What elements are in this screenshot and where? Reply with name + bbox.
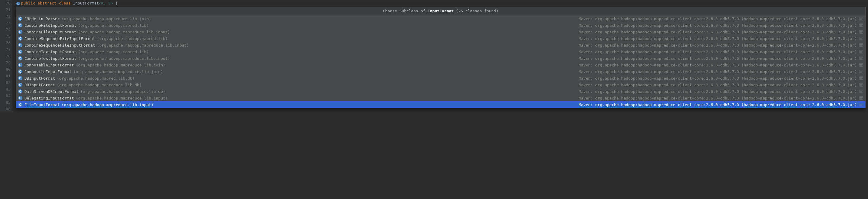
class-name-text: CombineTextInputFormat — [24, 50, 76, 54]
line-number: 86 — [0, 106, 10, 112]
class-name-text: CombineSequenceFileInputFormat — [24, 43, 95, 47]
library-icon — [859, 16, 864, 21]
package-text: (org.apache.hadoop.mapreduce.lib.input) — [75, 96, 167, 101]
svg-rect-82 — [859, 103, 863, 106]
library-icon — [859, 82, 864, 87]
popup-title: Choose Subclass of InputFormat (25 class… — [16, 7, 865, 15]
package-text: (org.apache.hadoop.mapred.lib) — [78, 23, 149, 28]
line-number: 70 — [0, 0, 10, 7]
class-icon: C — [18, 36, 23, 41]
maven-source: Maven: org.apache.hadoop:hadoop-mapreduc… — [579, 36, 857, 41]
svg-rect-76 — [859, 96, 863, 100]
list-item[interactable]: CCombineFileInputFormat (org.apache.hado… — [16, 22, 865, 29]
svg-text:C: C — [19, 30, 21, 34]
line-number: 74 — [0, 27, 10, 33]
line-number: 83 — [0, 86, 10, 92]
list-item[interactable]: CDBInputFormat (org.apache.hadoop.mapred… — [16, 75, 865, 81]
list-item[interactable]: CFileInputFormat (org.apache.hadoop.mapr… — [16, 101, 865, 108]
class-name-text: FileInputFormat — [24, 103, 60, 107]
code-area[interactable]: Opublic abstract class InputFormat<K, V>… — [13, 0, 868, 112]
class-icon: C — [18, 76, 23, 81]
keyword-public: public — [21, 1, 35, 5]
svg-rect-70 — [859, 90, 863, 93]
package-text: (org.apache.hadoop.mapreduce.lib.input) — [78, 56, 170, 61]
code-line[interactable]: Opublic abstract class InputFormat<K, V>… — [13, 0, 868, 7]
svg-rect-16 — [859, 30, 863, 33]
class-icon: C — [18, 30, 23, 34]
maven-source: Maven: org.apache.hadoop:hadoop-mapreduc… — [579, 43, 857, 47]
line-number: 71 — [0, 7, 10, 13]
class-icon: C — [18, 102, 23, 107]
library-icon — [859, 36, 864, 41]
svg-rect-40 — [859, 57, 863, 60]
library-icon — [859, 89, 864, 94]
library-icon — [859, 76, 864, 81]
library-icon — [859, 69, 864, 74]
line-number: 78 — [0, 53, 10, 59]
maven-source: Maven: org.apache.hadoop:hadoop-mapreduc… — [579, 56, 857, 61]
maven-source: Maven: org.apache.hadoop:hadoop-mapreduc… — [579, 76, 857, 81]
package-text: (org.apache.hadoop.mapred.lib) — [97, 36, 168, 41]
class-name-text: CNode in Parser — [24, 16, 60, 21]
package-text: (org.apache.hadoop.mapred.lib) — [78, 50, 149, 54]
list-item[interactable]: CCNode in Parser (org.apache.hadoop.mapr… — [16, 15, 865, 22]
list-item[interactable]: CComposableInputFormat (org.apache.hadoo… — [16, 62, 865, 68]
list-item[interactable]: CCombineTextInputFormat (org.apache.hado… — [16, 55, 865, 62]
list-item[interactable]: CDBInputFormat (org.apache.hadoop.mapred… — [16, 81, 865, 88]
class-name-text: CombineFileInputFormat — [24, 23, 76, 28]
maven-source: Maven: org.apache.hadoop:hadoop-mapreduc… — [579, 70, 857, 74]
svg-text:C: C — [19, 44, 21, 47]
maven-source: Maven: org.apache.hadoop:hadoop-mapreduc… — [579, 30, 857, 34]
svg-text:C: C — [19, 96, 21, 100]
maven-source: Maven: org.apache.hadoop:hadoop-mapreduc… — [579, 50, 857, 54]
list-item[interactable]: CCompositeInputFormat (org.apache.hadoop… — [16, 68, 865, 75]
package-text: (org.apache.hadoop.mapreduce.lib.input) — [61, 103, 153, 107]
override-icon[interactable]: O — [16, 1, 21, 6]
list-item[interactable]: CCombineFileInputFormat (org.apache.hado… — [16, 29, 865, 35]
editor-area: 7071727374757677787980818283848586 Opubl… — [0, 0, 868, 112]
subclass-list[interactable]: CCNode in Parser (org.apache.hadoop.mapr… — [16, 15, 865, 108]
svg-text:C: C — [19, 70, 21, 73]
svg-text:C: C — [19, 77, 21, 80]
maven-source: Maven: org.apache.hadoop:hadoop-mapreduc… — [579, 16, 857, 21]
popup-title-suffix: (25 classes found) — [454, 9, 498, 13]
list-item[interactable]: CDataDrivenDBInputFormat (org.apache.had… — [16, 88, 865, 95]
package-text: (org.apache.hadoop.mapreduce.lib.input) — [78, 30, 170, 34]
class-name-text: CombineSequenceFileInputFormat — [24, 36, 95, 41]
svg-rect-4 — [859, 17, 863, 20]
list-item[interactable]: CCombineSequenceFileInputFormat (org.apa… — [16, 35, 865, 42]
library-icon — [859, 56, 864, 61]
class-name-text: ComposableInputFormat — [24, 63, 74, 67]
line-number: 82 — [0, 79, 10, 86]
maven-source: Maven: org.apache.hadoop:hadoop-mapreduc… — [579, 103, 857, 107]
maven-source: Maven: org.apache.hadoop:hadoop-mapreduc… — [579, 63, 857, 67]
class-icon: C — [18, 49, 23, 54]
class-icon: C — [18, 82, 23, 87]
library-icon — [859, 102, 864, 107]
svg-text:C: C — [19, 24, 21, 27]
package-text: (org.apache.hadoop.mapreduce.lib.join) — [61, 16, 151, 21]
line-number: 75 — [0, 33, 10, 40]
list-item[interactable]: CDelegatingInputFormat (org.apache.hadoo… — [16, 95, 865, 101]
list-item[interactable]: CCombineSequenceFileInputFormat (org.apa… — [16, 42, 865, 48]
library-icon — [859, 30, 864, 34]
library-icon — [859, 63, 864, 67]
svg-rect-34 — [859, 50, 863, 53]
library-icon — [859, 49, 864, 54]
line-number: 77 — [0, 46, 10, 53]
svg-text:C: C — [19, 50, 21, 53]
line-number: 79 — [0, 59, 10, 66]
class-name-text: CombineTextInputFormat — [24, 56, 76, 61]
class-name-text: DBInputFormat — [24, 76, 55, 81]
line-number: 84 — [0, 92, 10, 99]
package-text: (org.apache.hadoop.mapreduce.lib.input) — [97, 43, 189, 47]
class-name-text: DBInputFormat — [24, 83, 55, 87]
class-icon: C — [18, 89, 23, 94]
line-number: 76 — [0, 40, 10, 46]
keyword-class: class — [59, 1, 70, 5]
svg-text:C: C — [19, 17, 21, 21]
svg-rect-46 — [859, 64, 863, 67]
package-text: (org.apache.hadoop.mapreduce.lib.join) — [75, 63, 165, 67]
list-item[interactable]: CCombineTextInputFormat (org.apache.hado… — [16, 48, 865, 55]
line-number: 81 — [0, 73, 10, 79]
